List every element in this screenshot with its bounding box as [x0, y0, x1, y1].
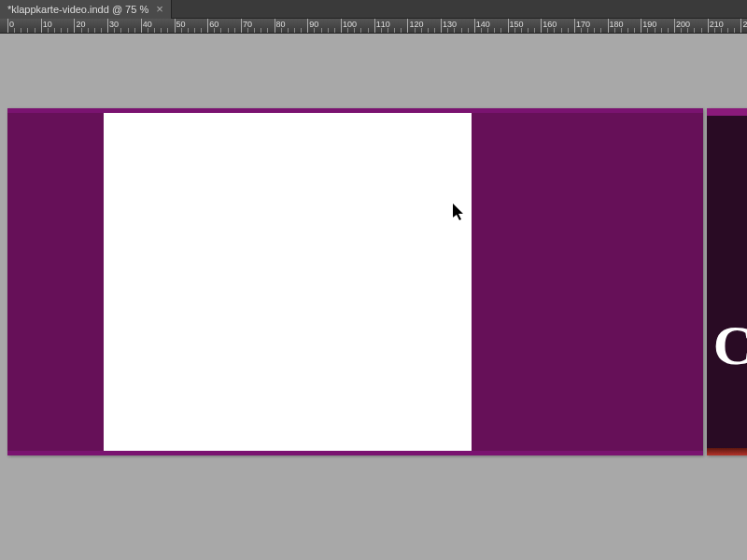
document-spread-right[interactable]: C: [707, 108, 747, 455]
right-purple-panel: [472, 113, 703, 451]
ruler-label: 30: [107, 20, 119, 29]
document-tab-title: *klappkarte-video.indd @ 75 %: [7, 4, 148, 15]
center-white-page: [104, 113, 472, 451]
document-tab-bar: *klappkarte-video.indd @ 75 % ×: [0, 0, 747, 19]
ruler-label: 40: [141, 20, 152, 29]
ruler-label: 70: [241, 20, 252, 29]
ruler-label: 60: [207, 20, 218, 29]
ruler-label: 10: [41, 20, 52, 29]
pasteboard[interactable]: C: [0, 34, 747, 560]
ruler-label: 0: [7, 20, 14, 29]
headline-fragment: C: [713, 314, 747, 378]
ruler-label: 20: [74, 20, 85, 29]
ruler-label: 90: [307, 20, 318, 29]
ruler-label: 80: [275, 20, 286, 29]
document-spread-left[interactable]: [7, 108, 703, 455]
bottom-accent-bar: [7, 451, 703, 455]
document-tab[interactable]: *klappkarte-video.indd @ 75 % ×: [0, 0, 172, 19]
horizontal-ruler[interactable]: 0102030405060708090100110120130140150160…: [0, 19, 747, 34]
close-icon[interactable]: ×: [156, 3, 163, 15]
ruler-label: 50: [175, 20, 186, 29]
ruler-label: 220: [740, 20, 747, 29]
spread2-bottom-image: [707, 448, 747, 455]
left-purple-panel: [7, 113, 104, 451]
spread2-top-accent: [707, 108, 747, 116]
